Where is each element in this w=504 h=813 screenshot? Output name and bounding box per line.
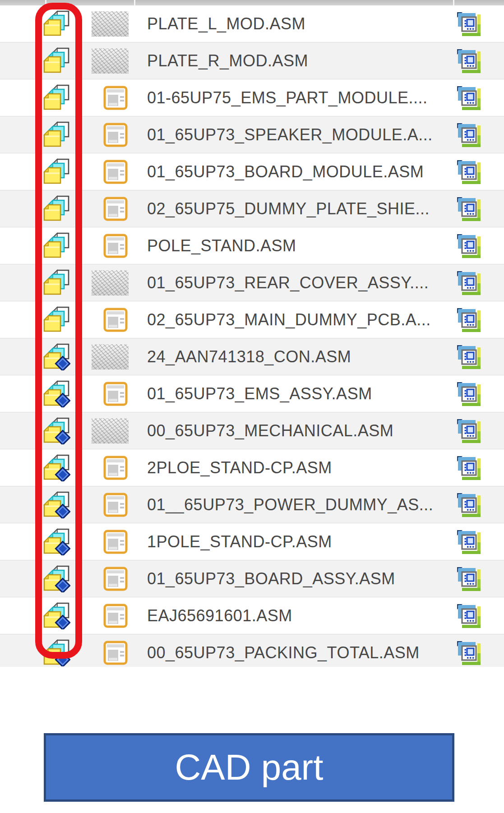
- table-row[interactable]: 01-65UP75_EMS_PART_MODULE....: [0, 79, 504, 116]
- table-row[interactable]: 02_65UP73_MAIN_DUMMY_PCB.A...: [0, 301, 504, 338]
- cad-file-table: PLATE_L_MOD.ASM: [0, 0, 504, 667]
- cad-assembly-stack-icon: [42, 195, 70, 222]
- form-preview-icon: [103, 123, 128, 147]
- table-row[interactable]: 01_65UP73_REAR_COVER_ASSY....: [0, 264, 504, 301]
- cad-assembly-stack-icon: [42, 10, 70, 37]
- open-information-icon[interactable]: [456, 85, 482, 111]
- open-information-icon[interactable]: [456, 233, 482, 259]
- cad-assembly-stack-icon: [42, 121, 70, 148]
- form-preview-icon: [103, 604, 128, 628]
- form-preview-icon: [103, 493, 128, 517]
- form-preview-icon: [103, 382, 128, 406]
- model-preview-thumbnail: [92, 344, 129, 370]
- model-preview-thumbnail: [92, 48, 129, 74]
- table-body: PLATE_L_MOD.ASM: [0, 5, 504, 667]
- open-information-icon[interactable]: [456, 270, 482, 296]
- cad-assembly-stack-icon: [42, 343, 70, 370]
- open-information-icon[interactable]: [456, 196, 482, 222]
- file-name-link[interactable]: 02_65UP73_MAIN_DUMMY_PCB.A...: [147, 310, 454, 329]
- cad-assembly-stack-icon: [42, 417, 70, 444]
- table-row[interactable]: PLATE_L_MOD.ASM: [0, 5, 504, 42]
- open-information-icon[interactable]: [456, 455, 482, 481]
- cad-assembly-stack-icon: [42, 306, 70, 333]
- open-information-icon[interactable]: [456, 11, 482, 37]
- cad-assembly-stack-icon: [42, 454, 70, 481]
- table-row[interactable]: 01__65UP73_POWER_DUMMY_AS...: [0, 486, 504, 523]
- form-preview-icon: [103, 567, 128, 591]
- open-information-icon[interactable]: [456, 159, 482, 185]
- form-preview-icon: [103, 197, 128, 221]
- open-information-icon[interactable]: [456, 603, 482, 629]
- file-name-link[interactable]: 00_65UP73_MECHANICAL.ASM: [147, 421, 454, 440]
- open-information-icon[interactable]: [456, 418, 482, 444]
- cad-assembly-stack-icon: [42, 528, 70, 555]
- table-header-strip: [0, 0, 504, 5]
- table-row[interactable]: 00_65UP73_PACKING_TOTAL.ASM: [0, 634, 504, 667]
- cad-assembly-stack-icon: [42, 269, 70, 296]
- table-row[interactable]: POLE_STAND.ASM: [0, 227, 504, 264]
- open-information-icon[interactable]: [456, 640, 482, 666]
- table-row[interactable]: EAJ65691601.ASM: [0, 597, 504, 634]
- model-preview-thumbnail: [92, 270, 129, 296]
- table-row[interactable]: 2PLOE_STAND-CP.ASM: [0, 449, 504, 486]
- file-name-link[interactable]: 01__65UP73_POWER_DUMMY_AS...: [147, 495, 454, 514]
- open-information-icon[interactable]: [456, 344, 482, 370]
- file-name-link[interactable]: 1POLE_STAND-CP.ASM: [147, 532, 454, 551]
- open-information-icon[interactable]: [456, 529, 482, 555]
- file-name-link[interactable]: 00_65UP73_PACKING_TOTAL.ASM: [147, 643, 454, 662]
- banner-label: CAD part: [175, 749, 324, 785]
- table-row[interactable]: 1POLE_STAND-CP.ASM: [0, 523, 504, 560]
- file-name-link[interactable]: 02_65UP75_DUMMY_PLATE_SHIE...: [147, 199, 454, 218]
- file-name-link[interactable]: 01_65UP73_BOARD_ASSY.ASM: [147, 569, 454, 588]
- cad-assembly-stack-icon: [42, 47, 70, 74]
- cad-part-banner: CAD part: [44, 733, 454, 802]
- open-information-icon[interactable]: [456, 492, 482, 518]
- file-name-link[interactable]: 01-65UP75_EMS_PART_MODULE....: [147, 88, 454, 107]
- file-name-link[interactable]: 01_65UP73_SPEAKER_MODULE.A...: [147, 125, 454, 144]
- table-row[interactable]: PLATE_R_MOD.ASM: [0, 42, 504, 79]
- table-row[interactable]: 01_65UP73_BOARD_ASSY.ASM: [0, 560, 504, 597]
- file-name-link[interactable]: 01_65UP73_EMS_ASSY.ASM: [147, 384, 454, 403]
- file-name-link[interactable]: EAJ65691601.ASM: [147, 606, 454, 625]
- table-row[interactable]: 02_65UP75_DUMMY_PLATE_SHIE...: [0, 190, 504, 227]
- table-row[interactable]: 01_65UP73_SPEAKER_MODULE.A...: [0, 116, 504, 153]
- file-name-link[interactable]: 24_AAN741318_CON.ASM: [147, 347, 454, 366]
- table-row[interactable]: 01_65UP73_BOARD_MODULE.ASM: [0, 153, 504, 190]
- table-row[interactable]: 24_AAN741318_CON.ASM: [0, 338, 504, 375]
- header-column-separator: [134, 0, 135, 5]
- open-information-icon[interactable]: [456, 307, 482, 333]
- cad-assembly-stack-icon: [42, 639, 70, 666]
- file-name-link[interactable]: 2PLOE_STAND-CP.ASM: [147, 458, 454, 477]
- cad-assembly-stack-icon: [42, 602, 70, 629]
- open-information-icon[interactable]: [456, 122, 482, 148]
- form-preview-icon: [103, 86, 128, 110]
- file-name-link[interactable]: 01_65UP73_BOARD_MODULE.ASM: [147, 162, 454, 181]
- form-preview-icon: [103, 456, 128, 480]
- cad-assembly-stack-icon: [42, 158, 70, 185]
- table-row[interactable]: 00_65UP73_MECHANICAL.ASM: [0, 412, 504, 449]
- header-column-separator: [453, 0, 454, 5]
- open-information-icon[interactable]: [456, 566, 482, 592]
- cad-assembly-stack-icon: [42, 565, 70, 592]
- model-preview-thumbnail: [92, 418, 129, 443]
- cad-assembly-stack-icon: [42, 232, 70, 259]
- header-column-separator: [45, 0, 46, 5]
- screenshot-root: PLATE_L_MOD.ASM: [0, 0, 504, 813]
- file-name-link[interactable]: 01_65UP73_REAR_COVER_ASSY....: [147, 273, 454, 292]
- model-preview-thumbnail: [92, 11, 129, 37]
- open-information-icon[interactable]: [456, 381, 482, 407]
- file-name-link[interactable]: POLE_STAND.ASM: [147, 236, 454, 255]
- form-preview-icon: [103, 641, 128, 665]
- form-preview-icon: [103, 530, 128, 554]
- cad-assembly-stack-icon: [42, 84, 70, 111]
- cad-assembly-stack-icon: [42, 380, 70, 407]
- file-name-link[interactable]: PLATE_R_MOD.ASM: [147, 51, 454, 70]
- open-information-icon[interactable]: [456, 48, 482, 74]
- cad-assembly-stack-icon: [42, 491, 70, 518]
- table-row[interactable]: 01_65UP73_EMS_ASSY.ASM: [0, 375, 504, 412]
- form-preview-icon: [103, 234, 128, 258]
- form-preview-icon: [103, 160, 128, 184]
- form-preview-icon: [103, 308, 128, 332]
- file-name-link[interactable]: PLATE_L_MOD.ASM: [147, 14, 454, 33]
